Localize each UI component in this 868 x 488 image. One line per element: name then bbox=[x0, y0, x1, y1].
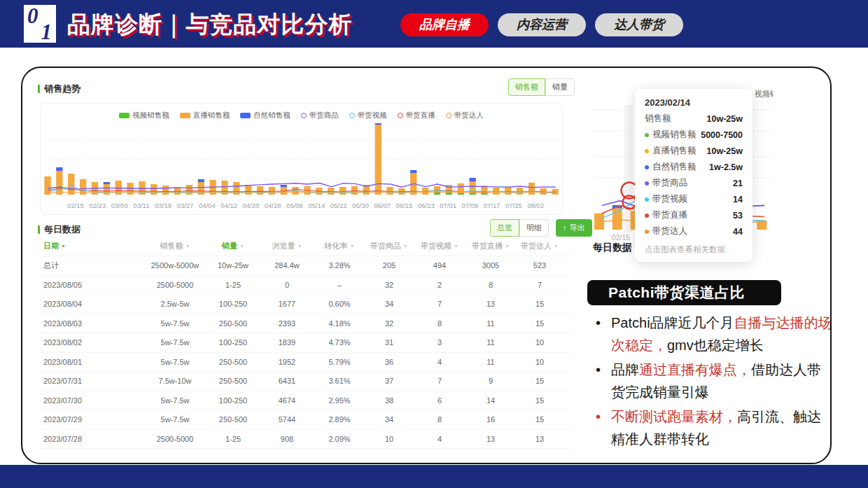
table-cell: 2500-5000 bbox=[143, 281, 207, 289]
table-cell: 2 bbox=[414, 281, 465, 289]
table-cell: 100-250 bbox=[207, 300, 259, 308]
legend-label: 直播销售额 bbox=[193, 111, 230, 120]
column-header[interactable]: 带货达人▼ bbox=[517, 241, 563, 251]
column-header[interactable]: 浏览量▼ bbox=[259, 241, 315, 251]
table-cell: 7.5w-10w bbox=[143, 377, 207, 385]
table-cell: 15 bbox=[517, 377, 563, 385]
table-cell: 10 bbox=[364, 435, 414, 443]
table-cell: 100-250 bbox=[207, 396, 259, 405]
table-cell: 4.73% bbox=[315, 338, 364, 347]
series-dot-icon bbox=[645, 181, 649, 186]
legend-item: 带货商品 bbox=[301, 111, 339, 120]
column-header[interactable]: 日期▼ bbox=[38, 241, 143, 251]
legend-item: 带货达人 bbox=[446, 111, 484, 120]
svg-text:04/28: 04/28 bbox=[265, 202, 281, 209]
table-row[interactable]: 总计2500w-5000w10w-25w284.4w3.28%205494300… bbox=[38, 256, 571, 276]
svg-text:04/04: 04/04 bbox=[199, 202, 216, 209]
tooltip-row: 带货商品21 bbox=[645, 175, 743, 191]
accent-bar bbox=[38, 225, 40, 234]
svg-text:05/14: 05/14 bbox=[308, 202, 325, 209]
column-header[interactable]: 销售额▼ bbox=[143, 241, 207, 251]
legend-swatch-icon bbox=[398, 113, 403, 118]
table-row[interactable]: 2023/08/035w-7.5w250-50023934.18%3281115 bbox=[38, 314, 571, 334]
table-cell: 5w-7.5w bbox=[143, 319, 207, 328]
metric-toggle-button[interactable]: 销售额 bbox=[508, 78, 545, 96]
svg-text:06/15: 06/15 bbox=[396, 202, 413, 209]
table-row[interactable]: 2023/08/042.5w-5w100-25016770.60%3471315 bbox=[38, 295, 571, 314]
column-header[interactable]: 带货直播▼ bbox=[465, 241, 517, 251]
table-cell: 6 bbox=[414, 396, 465, 405]
series-dot-icon bbox=[645, 133, 649, 137]
insight-bullet: Patchi品牌近几个月自播与达播的场次稳定，gmv也稳定增长 bbox=[592, 312, 832, 356]
table-cell: 250-500 bbox=[207, 319, 259, 328]
series-dot-icon bbox=[645, 197, 649, 202]
svg-text:05/06: 05/06 bbox=[286, 202, 303, 209]
table-cell: 4674 bbox=[259, 396, 315, 405]
metric-toggle-button[interactable]: 销量 bbox=[545, 78, 575, 96]
svg-text:05/30: 05/30 bbox=[352, 202, 369, 209]
table-cell: 0 bbox=[259, 281, 315, 289]
legend-item: 带货视频 bbox=[349, 111, 387, 120]
header-tab[interactable]: 达人带货 bbox=[595, 13, 683, 36]
section-number-1: 1 bbox=[41, 21, 52, 43]
view-toggle-button[interactable]: 总览 bbox=[490, 219, 519, 237]
svg-text:03/03: 03/03 bbox=[111, 202, 128, 209]
insight-bullet: 品牌通过直播有爆点，借助达人带货完成销量引爆 bbox=[592, 358, 832, 403]
table-cell: 7 bbox=[414, 377, 465, 385]
svg-text:02/15: 02/15 bbox=[67, 202, 84, 209]
svg-text:08/02: 08/02 bbox=[527, 202, 544, 209]
table-row[interactable]: 2023/07/305w-7.5w100-25046742.95%3861415 bbox=[38, 391, 571, 411]
metric-toggle-group: 销售额销量 bbox=[508, 78, 575, 96]
column-header[interactable]: 带货视频▼ bbox=[414, 241, 465, 251]
chart-tooltip: 2023/02/14 销售额10w-25w视频销售额5000-7500直播销售额… bbox=[635, 89, 752, 262]
svg-text:07/25: 07/25 bbox=[505, 202, 522, 209]
svg-text:04/20: 04/20 bbox=[243, 202, 260, 209]
column-header[interactable]: 销量▼ bbox=[207, 241, 259, 251]
svg-text:02/23: 02/23 bbox=[89, 202, 106, 209]
column-header[interactable]: 带货商品▼ bbox=[364, 241, 414, 251]
legend-label: 带货直播 bbox=[406, 111, 435, 120]
table-cell: 1952 bbox=[259, 358, 315, 366]
table-cell: 2023/07/31 bbox=[38, 377, 143, 385]
table-cell: 250-500 bbox=[207, 358, 259, 366]
table-row[interactable]: 2023/08/052500-50001-250–32287 bbox=[38, 276, 571, 295]
legend-label: 带货视频 bbox=[358, 111, 387, 120]
column-header[interactable]: 转化率▼ bbox=[315, 241, 364, 251]
legend-swatch-icon bbox=[240, 113, 251, 118]
table-row[interactable]: 2023/07/295w-7.5w250-50057442.89%3481615 bbox=[38, 410, 571, 430]
table-row[interactable]: 2023/07/282500-50001-259082.09%1041313 bbox=[38, 430, 571, 449]
table-cell: 13 bbox=[517, 435, 563, 443]
legend-item: 视频销售额 bbox=[119, 111, 169, 120]
view-toggle-button[interactable]: 明细 bbox=[519, 219, 549, 237]
tooltip-row: 带货直播53 bbox=[645, 207, 743, 223]
daily-data-table: 日期▼销售额▼销量▼浏览量▼转化率▼带货商品▼带货视频▼带货直播▼带货达人▼ 总… bbox=[38, 236, 571, 449]
table-cell: 523 bbox=[517, 261, 563, 270]
header-tab[interactable]: 品牌自播 bbox=[400, 13, 489, 36]
svg-text:07/17: 07/17 bbox=[484, 202, 500, 209]
section-number-badge: 0 1 bbox=[24, 5, 56, 43]
table-cell: 4.18% bbox=[315, 319, 364, 328]
table-cell: 2023/07/30 bbox=[38, 396, 143, 405]
svg-text:03/19: 03/19 bbox=[155, 202, 172, 209]
table-row[interactable]: 2023/08/025w-7.5w100-25018394.73%3131110 bbox=[38, 333, 571, 353]
table-cell: 7 bbox=[414, 300, 465, 308]
table-cell: 5w-7.5w bbox=[143, 415, 207, 424]
table-cell: 1677 bbox=[259, 300, 315, 308]
sort-caret-icon: ▼ bbox=[61, 244, 66, 249]
table-row[interactable]: 2023/07/317.5w-10w250-50064313.61%377915 bbox=[38, 372, 571, 391]
sort-caret-icon: ▼ bbox=[298, 244, 302, 249]
table-cell: 11 bbox=[465, 338, 517, 347]
top-header-bar: 0 1 品牌诊断｜与竞品对比分析 品牌自播内容运营达人带货 bbox=[0, 0, 868, 48]
table-row[interactable]: 2023/08/015w-7.5w250-50019525.79%3641110 bbox=[38, 353, 571, 372]
table-cell: 7 bbox=[517, 281, 563, 289]
table-cell: 8 bbox=[414, 415, 465, 424]
export-button[interactable]: ↑ 导出 bbox=[556, 219, 592, 237]
tooltip-row: 直播销售额10w-25w bbox=[645, 143, 743, 159]
table-cell: 2023/07/29 bbox=[38, 415, 143, 424]
sales-trend-chart[interactable]: 02/1502/2303/0303/1103/1903/2704/0404/12… bbox=[42, 123, 561, 213]
table-cell: 205 bbox=[364, 261, 414, 270]
svg-text:06/23: 06/23 bbox=[418, 202, 435, 209]
tooltip-date: 2023/02/14 bbox=[645, 97, 743, 108]
header-tab[interactable]: 内容运营 bbox=[498, 13, 586, 36]
table-cell: 15 bbox=[517, 300, 563, 308]
